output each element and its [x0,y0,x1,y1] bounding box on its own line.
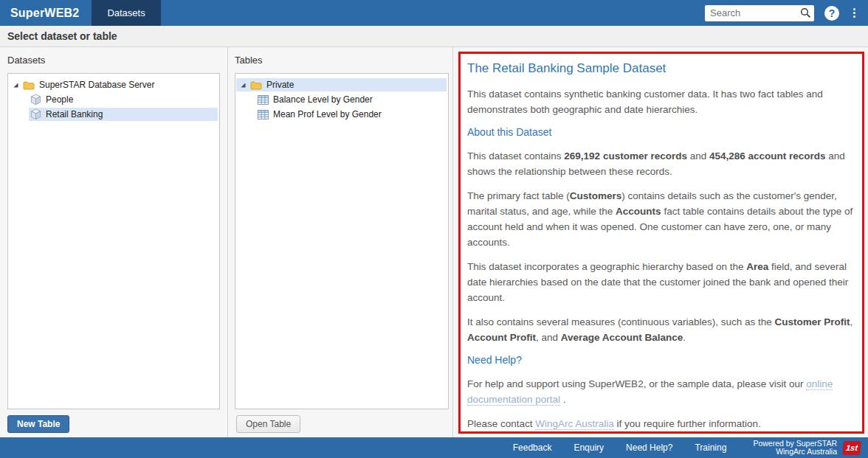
text-segment: This dataset contains synthetic banking … [467,89,823,115]
folder-icon [250,80,262,90]
cube-icon [30,94,41,105]
cube-icon [30,108,41,120]
footer-link-enquiry[interactable]: Enquiry [574,443,604,453]
text-segment: and [687,150,709,162]
datasets-panel-heading: Datasets [7,55,45,66]
text-segment: . [683,332,686,343]
bold-text: Customers [570,190,622,201]
dataset-details-panel: The Retail Banking Sample DatasetThis da… [458,52,864,434]
tree-item-label: Balance Level by Gender [273,94,373,105]
details-paragraph: This dataset contains 269,192 customer r… [467,148,855,179]
text-segment: , [850,316,852,327]
expand-triangle-icon[interactable] [13,82,19,89]
expand-triangle-icon[interactable] [240,82,247,89]
footer-link-need-help[interactable]: Need Help? [626,443,672,453]
text-segment: The primary fact table ( [467,190,570,201]
tree-item-retail-banking[interactable]: Retail Banking [8,107,219,122]
tree-item-label: Mean Prof Level by Gender [273,109,382,119]
powered-by-text: Powered by SuperSTAR WingArc Australia [753,440,837,457]
footer-links: FeedbackEnquiryNeed Help?Training [513,443,727,453]
text-segment: , and [536,332,561,343]
text-segment: . [560,394,566,405]
tree-item-label: SuperSTAR Database Server [39,80,155,90]
table-icon [258,110,269,119]
details-paragraph: For help and support using SuperWEB2, or… [467,376,855,407]
footer-bar: FeedbackEnquiryNeed Help?Training Powere… [0,437,868,458]
panel-divider [227,47,228,437]
details-paragraph: Please contact WingArc Australia if you … [467,416,855,431]
new-table-button[interactable]: New Table [7,415,69,433]
tree-item-people[interactable]: People [8,92,219,107]
tree-item-private[interactable]: Private [235,77,448,92]
tree-item-mean-prof-level-by-gender[interactable]: Mean Prof Level by Gender [235,107,448,122]
bold-text: Accounts [616,206,661,217]
search-icon[interactable] [800,7,811,18]
tree-item-superstar-database-server[interactable]: SuperSTAR Database Server [8,77,219,92]
details-paragraph: This dataset contains synthetic banking … [467,86,855,117]
topbar-actions: ? [705,5,868,21]
text-segment: It also contains several measures (conti… [467,316,774,327]
text-segment: if you require further information. [614,418,761,429]
tables-panel-heading: Tables [235,55,263,66]
open-table-button[interactable]: Open Table [236,415,300,433]
panel-divider [452,47,453,437]
kebab-menu-icon[interactable] [848,6,861,20]
text-segment: For help and support using SuperWEB2, or… [467,378,806,389]
tree-item-label: People [46,94,73,105]
bold-text: Customer Profit [774,316,850,327]
help-icon[interactable]: ? [824,6,839,21]
table-icon [258,95,269,105]
bold-text: Average Account Balance [561,332,683,343]
details-title: The Retail Banking Sample Dataset [467,61,855,76]
footer-link-training[interactable]: Training [695,443,726,453]
search-box [705,5,814,21]
bold-text: Account Profit [467,332,536,343]
tables-tree: PrivateBalance Level by GenderMean Prof … [235,73,449,409]
details-paragraph: It also contains several measures (conti… [467,314,855,345]
details-paragraph: The primary fact table (Customers) conta… [467,188,855,250]
bold-text: 269,192 customer records [564,150,687,162]
app-brand: SuperWEB2 [0,7,92,20]
folder-icon [23,80,35,90]
text-segment: This dataset incorporates a geographic h… [467,261,746,272]
page-title: Select dataset or table [0,26,868,47]
text-segment: Please contact [467,418,535,429]
details-section-heading: About this Dataset [467,126,855,138]
text-segment: This dataset contains [467,150,564,162]
footer-link-feedback[interactable]: Feedback [513,443,552,453]
datasets-tree: SuperSTAR Database ServerPeopleRetail Ba… [7,73,220,409]
search-input[interactable] [705,7,800,18]
main-content: Datasets SuperSTAR Database ServerPeople… [0,47,868,437]
details-link[interactable]: WingArc Australia [535,418,614,430]
tree-item-balance-level-by-gender[interactable]: Balance Level by Gender [235,92,448,107]
tab-datasets[interactable]: Datasets [92,0,160,26]
top-bar: SuperWEB2 Datasets ? [0,0,868,26]
details-paragraph: This dataset incorporates a geographic h… [467,259,855,305]
details-section-heading: Need Help? [467,354,855,366]
superstar-1st-logo: 1st [842,441,861,455]
tree-item-label: Private [266,80,294,90]
bold-text: Area [746,261,768,272]
tree-item-label: Retail Banking [46,109,103,119]
bold-text: 454,286 account records [709,150,826,162]
